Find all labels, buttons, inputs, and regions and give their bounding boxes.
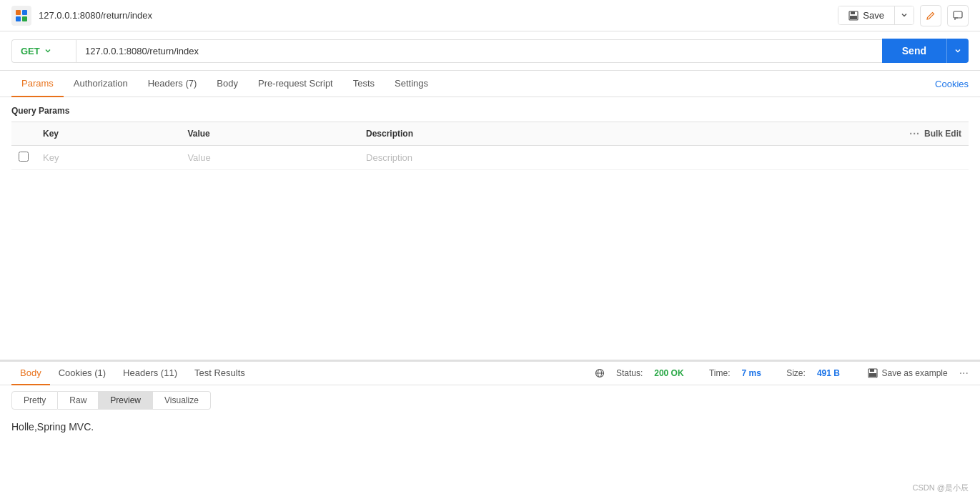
time-label: Time: bbox=[709, 368, 731, 378]
comment-icon-button[interactable] bbox=[947, 5, 969, 26]
tab-params[interactable]: Params bbox=[11, 71, 64, 97]
send-chevron-icon bbox=[954, 47, 961, 54]
method-chevron-icon bbox=[44, 47, 51, 54]
query-params-section: Query Params Key Value Description ··· B… bbox=[0, 97, 980, 174]
tab-headers[interactable]: Headers (7) bbox=[138, 71, 207, 97]
method-select[interactable]: GET bbox=[11, 39, 76, 63]
send-dropdown-button[interactable] bbox=[946, 39, 969, 63]
svg-rect-7 bbox=[954, 11, 962, 18]
save-button-group[interactable]: Save bbox=[838, 6, 914, 25]
svg-rect-1 bbox=[22, 10, 27, 15]
time-value: 7 ms bbox=[742, 368, 761, 378]
tab-authorization[interactable]: Authorization bbox=[64, 71, 138, 97]
resp-tab-test-results[interactable]: Test Results bbox=[186, 362, 254, 385]
tab-body[interactable]: Body bbox=[207, 71, 248, 97]
svg-rect-6 bbox=[850, 16, 857, 19]
bulk-edit-button[interactable]: Bulk Edit bbox=[924, 129, 961, 139]
th-value: Value bbox=[180, 122, 359, 146]
size-label: Size: bbox=[786, 368, 806, 378]
svg-rect-5 bbox=[851, 11, 855, 14]
row-actions-cell bbox=[653, 146, 969, 170]
url-input[interactable] bbox=[76, 39, 882, 63]
url-bar: GET Send bbox=[0, 31, 980, 71]
save-example-icon bbox=[868, 368, 878, 378]
save-button[interactable]: Save bbox=[838, 6, 894, 24]
fmt-tab-visualize[interactable]: Visualize bbox=[153, 391, 211, 410]
top-bar-right: Save bbox=[838, 5, 969, 26]
description-cell[interactable]: Description bbox=[359, 146, 653, 170]
response-options-icon[interactable]: ··· bbox=[959, 367, 969, 380]
save-as-example-button[interactable]: Save as example bbox=[868, 368, 948, 378]
svg-rect-0 bbox=[16, 10, 21, 15]
response-section: Body Cookies (1) Headers (11) Test Resul… bbox=[0, 360, 980, 492]
tab-pre-request-script[interactable]: Pre-request Script bbox=[248, 71, 343, 97]
save-icon bbox=[848, 11, 858, 21]
svg-rect-13 bbox=[869, 373, 876, 377]
response-body: Holle,Spring MVC. bbox=[0, 415, 980, 438]
resp-tab-cookies[interactable]: Cookies (1) bbox=[50, 362, 114, 385]
resp-tab-body[interactable]: Body bbox=[11, 362, 50, 385]
top-bar: 127.0.0.1:8080/return/index Save bbox=[0, 0, 980, 31]
main-area: Query Params Key Value Description ··· B… bbox=[0, 97, 980, 492]
watermark: CSDN @是小辰 bbox=[913, 483, 969, 493]
response-body-content: Holle,Spring MVC. bbox=[11, 421, 94, 433]
globe-icon bbox=[595, 368, 605, 378]
query-params-title: Query Params bbox=[11, 106, 969, 116]
response-meta: Status: 200 OK Time: 7 ms Size: 491 B bbox=[595, 367, 969, 380]
value-cell[interactable]: Value bbox=[180, 146, 359, 170]
cookies-link[interactable]: Cookies bbox=[935, 71, 969, 97]
fmt-tab-pretty[interactable]: Pretty bbox=[11, 391, 58, 410]
params-table: Key Value Description ··· Bulk Edit bbox=[11, 122, 969, 170]
th-checkbox bbox=[11, 122, 36, 146]
th-actions: ··· Bulk Edit bbox=[653, 122, 969, 146]
format-tabs: Pretty Raw Preview Visualize bbox=[0, 385, 980, 415]
svg-rect-2 bbox=[16, 16, 21, 21]
table-row: Key Value Description bbox=[11, 146, 969, 170]
send-button-group: Send bbox=[882, 39, 969, 63]
row-checkbox-cell bbox=[11, 146, 36, 170]
th-key: Key bbox=[36, 122, 180, 146]
tab-settings[interactable]: Settings bbox=[385, 71, 438, 97]
th-description: Description bbox=[359, 122, 653, 146]
comment-icon bbox=[953, 11, 963, 21]
status-label: Status: bbox=[616, 368, 643, 378]
tab-tests[interactable]: Tests bbox=[343, 71, 385, 97]
tabs-bar: Params Authorization Headers (7) Body Pr… bbox=[0, 71, 980, 97]
svg-rect-3 bbox=[22, 16, 27, 21]
app-icon bbox=[11, 6, 31, 26]
fmt-tab-raw[interactable]: Raw bbox=[58, 391, 99, 410]
row-checkbox[interactable] bbox=[19, 152, 29, 162]
save-dropdown-button[interactable] bbox=[894, 6, 914, 24]
status-value: 200 OK bbox=[654, 368, 683, 378]
pencil-icon bbox=[926, 11, 936, 21]
response-tabs-bar: Body Cookies (1) Headers (11) Test Resul… bbox=[0, 362, 980, 385]
key-cell[interactable]: Key bbox=[36, 146, 180, 170]
size-value: 491 B bbox=[817, 368, 840, 378]
method-label: GET bbox=[21, 46, 40, 56]
svg-rect-12 bbox=[870, 369, 874, 372]
chevron-down-icon bbox=[901, 11, 908, 19]
resp-tab-headers[interactable]: Headers (11) bbox=[114, 362, 186, 385]
page-title: 127.0.0.1:8080/return/index bbox=[39, 10, 152, 21]
send-button[interactable]: Send bbox=[882, 39, 946, 63]
fmt-tab-preview[interactable]: Preview bbox=[99, 391, 153, 410]
edit-icon-button[interactable] bbox=[920, 5, 941, 26]
more-options-icon[interactable]: ··· bbox=[909, 128, 920, 139]
top-bar-left: 127.0.0.1:8080/return/index bbox=[11, 6, 152, 26]
